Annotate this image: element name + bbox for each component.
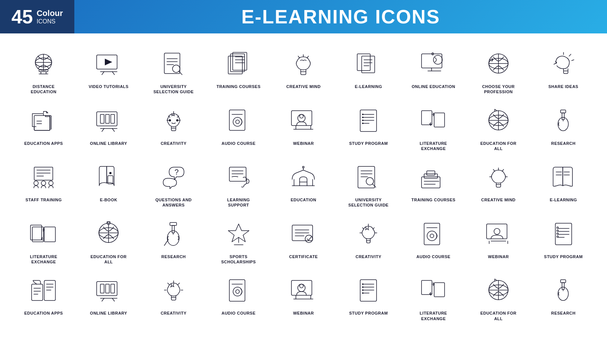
label-education: EDUCATION — [291, 197, 316, 202]
svg-rect-84 — [562, 113, 564, 120]
icon-creativity3: CREATIVITY — [141, 267, 206, 324]
svg-rect-174 — [111, 284, 114, 293]
svg-line-27 — [298, 56, 300, 58]
svg-line-12 — [112, 72, 114, 75]
svg-line-114 — [502, 169, 504, 171]
header-badge: 45 Colour ICONS — [0, 0, 74, 33]
icon-e-learning2: E-LEARNING — [531, 154, 596, 211]
label-literature-exchange: LITERATURE EXCHANGE — [411, 141, 456, 152]
svg-line-52 — [102, 129, 104, 131]
svg-point-55 — [169, 119, 171, 121]
icon-university-selection2: UNIVERSITY SELECTION GUIDE — [336, 154, 401, 211]
icon-choose-profession: CHOOSE YOUR PROFESSION — [466, 41, 531, 98]
svg-marker-9 — [105, 59, 112, 65]
icon-e-learning: E-LEARNING — [336, 41, 401, 98]
svg-rect-48 — [100, 114, 104, 123]
label-study-program3: STUDY PROGRAM — [349, 311, 388, 316]
label-study-program: STUDY PROGRAM — [349, 141, 388, 146]
svg-point-60 — [236, 120, 239, 124]
label-webinar: WEBINAR — [293, 141, 314, 146]
icons-grid: DISTANCE EDUCATION VIDEO TUTORIALS UNIVE… — [0, 33, 607, 332]
svg-rect-87 — [34, 167, 53, 180]
label-education-for-all3: EDUCATION FOR ALL — [476, 311, 521, 321]
svg-point-75 — [362, 120, 364, 121]
label-e-book: E-BOOK — [100, 197, 117, 202]
svg-rect-204 — [434, 283, 445, 297]
label-learning-support: LEARNING SUPPORT — [216, 197, 261, 208]
svg-point-199 — [362, 283, 364, 285]
label-online-library2: ONLINE LIBRARY — [90, 311, 127, 316]
icon-education-for-all3: EDUCATION FOR ALL — [466, 267, 531, 324]
label-webinar3: WEBINAR — [293, 311, 314, 316]
label-webinar2: WEBINAR — [488, 254, 509, 259]
svg-point-146 — [427, 231, 437, 241]
label-literature-exchange3: LITERATURE EXCHANGE — [411, 311, 456, 321]
label-education-apps2: EDUCATION APPS — [24, 311, 63, 316]
label-questions-answers: QUESTIONS AND ANSWERS — [151, 197, 196, 208]
svg-rect-172 — [100, 284, 104, 293]
svg-line-105 — [372, 184, 376, 187]
badge-colour: Colour — [36, 9, 63, 18]
icon-audio-course2: AUDIO COURSE — [401, 211, 466, 268]
svg-point-186 — [236, 290, 239, 293]
icon-training-courses: TRAINING COURSES — [206, 41, 271, 98]
svg-rect-100 — [358, 166, 375, 188]
icon-audio-course3: AUDIO COURSE — [206, 267, 271, 324]
svg-rect-49 — [106, 114, 109, 123]
icon-research: RESEARCH — [531, 98, 596, 155]
icon-university-selection: UNIVERSITY SELECTION GUIDE — [141, 41, 206, 98]
icon-creative-mind: CREATIVE MIND — [271, 41, 336, 98]
icon-literature-exchange3: LITERATURE EXCHANGE — [401, 267, 466, 324]
label-university-selection: UNIVERSITY SELECTION GUIDE — [151, 84, 196, 95]
svg-line-11 — [102, 72, 104, 75]
svg-rect-34 — [422, 54, 442, 68]
svg-line-53 — [112, 129, 114, 131]
svg-rect-13 — [164, 53, 180, 74]
svg-rect-171 — [97, 282, 117, 296]
svg-rect-210 — [562, 283, 564, 289]
label-audio-course3: AUDIO COURSE — [222, 311, 256, 316]
label-distance-education: DISTANCE EDUCATION — [21, 84, 66, 95]
icon-creativity-1: CREATIVITY — [141, 98, 206, 155]
label-research: RESEARCH — [551, 141, 576, 146]
svg-rect-164 — [44, 280, 55, 300]
label-training-courses2: TRAINING COURSES — [411, 197, 456, 202]
icon-training-courses2: TRAINING COURSES — [401, 154, 466, 211]
label-audio-course: AUDIO COURSE — [222, 141, 256, 146]
svg-point-35 — [433, 55, 442, 64]
svg-rect-97 — [229, 167, 246, 181]
svg-rect-78 — [434, 113, 445, 127]
svg-rect-46 — [34, 116, 50, 130]
svg-line-18 — [179, 71, 182, 75]
icon-education-apps: EDUCATION APPS — [11, 98, 76, 155]
svg-point-73 — [362, 114, 364, 115]
svg-rect-50 — [111, 114, 114, 123]
icon-literature-exchange2: LITERATURE EXCHANGE — [11, 211, 76, 268]
label-creative-mind2: CREATIVE MIND — [481, 197, 516, 202]
label-creative-mind: CREATIVE MIND — [286, 84, 320, 89]
svg-point-91 — [34, 181, 38, 185]
header-title: E-LEARNING ICONS — [241, 6, 440, 28]
header: 45 Colour ICONS E-LEARNING ICONS — [0, 0, 607, 33]
svg-rect-47 — [97, 112, 117, 126]
label-literature-exchange2: LITERATURE EXCHANGE — [21, 254, 66, 265]
svg-line-45 — [572, 60, 574, 61]
svg-point-140 — [305, 235, 313, 243]
svg-point-201 — [362, 289, 364, 291]
icon-staff-training: STAFF TRAINING — [11, 154, 76, 211]
svg-rect-203 — [422, 280, 432, 295]
icon-distance-education: DISTANCE EDUCATION — [11, 41, 76, 98]
icon-share-ideas: SHARE IDEAS — [531, 41, 596, 98]
icon-e-book: E-BOOK — [76, 154, 141, 211]
label-sports-scholarships: SPORTS SCHOLARSHIPS — [216, 254, 261, 265]
svg-rect-77 — [422, 111, 432, 125]
icon-webinar: WEBINAR — [271, 98, 336, 155]
icon-online-library: ONLINE LIBRARY — [76, 98, 141, 155]
svg-point-185 — [233, 287, 242, 296]
icon-creativity2: CREATIVITY — [336, 211, 401, 268]
label-creativity3: CREATIVITY — [161, 311, 187, 316]
badge-number: 45 — [12, 7, 33, 26]
label-e-learning2: E-LEARNING — [550, 197, 577, 202]
svg-line-177 — [112, 298, 114, 301]
label-university-selection2: UNIVERSITY SELECTION GUIDE — [346, 197, 391, 208]
